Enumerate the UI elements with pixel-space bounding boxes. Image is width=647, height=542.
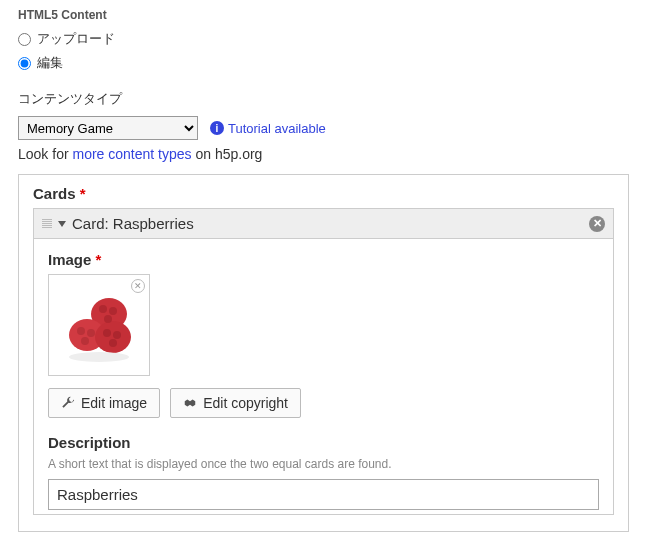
chevron-down-icon[interactable] <box>58 221 66 227</box>
content-type-select[interactable]: Memory Game <box>18 116 198 140</box>
svg-point-2 <box>95 321 131 353</box>
description-label: Description <box>48 434 599 451</box>
remove-card-icon[interactable]: ✕ <box>589 216 605 232</box>
cards-section-label: Cards * <box>33 185 614 202</box>
mode-edit-label: 編集 <box>37 54 63 72</box>
tutorial-link[interactable]: i Tutorial available <box>210 121 326 136</box>
svg-point-9 <box>103 329 111 337</box>
svg-point-6 <box>77 327 85 335</box>
content-type-hint: Look for more content types on h5p.org <box>18 146 629 162</box>
content-type-label: コンテンツタイプ <box>18 90 629 108</box>
wrench-icon <box>61 396 75 410</box>
remove-image-icon[interactable]: ✕ <box>131 279 145 293</box>
more-content-types-link[interactable]: more content types <box>72 146 191 162</box>
svg-point-11 <box>109 339 117 347</box>
info-icon: i <box>210 121 224 135</box>
mode-upload-label: アップロード <box>37 30 115 48</box>
edit-copyright-button[interactable]: Edit copyright <box>170 388 301 418</box>
editor-panel: Cards * Card: Raspberries ✕ Image * ✕ <box>18 174 629 532</box>
image-label: Image * <box>48 251 599 268</box>
svg-point-5 <box>104 315 112 323</box>
description-help: A short text that is displayed once the … <box>48 457 599 471</box>
edit-image-button[interactable]: Edit image <box>48 388 160 418</box>
card-header[interactable]: Card: Raspberries ✕ <box>33 208 614 239</box>
card-title: Card: Raspberries <box>72 215 194 232</box>
svg-point-4 <box>109 307 117 315</box>
svg-point-10 <box>113 331 121 339</box>
svg-point-12 <box>69 352 129 362</box>
svg-point-8 <box>81 337 89 345</box>
mode-edit-radio[interactable] <box>18 57 31 70</box>
page-title: HTML5 Content <box>18 8 629 22</box>
mode-upload-radio[interactable] <box>18 33 31 46</box>
drag-handle-icon[interactable] <box>42 219 52 228</box>
image-thumbnail[interactable]: ✕ <box>48 274 150 376</box>
card-body: Image * ✕ Edit image <box>33 239 614 515</box>
raspberries-image <box>53 279 145 371</box>
mode-upload-row[interactable]: アップロード <box>18 30 629 48</box>
description-input[interactable] <box>48 479 599 510</box>
tutorial-text: Tutorial available <box>228 121 326 136</box>
mode-edit-row[interactable]: 編集 <box>18 54 629 72</box>
svg-point-3 <box>99 305 107 313</box>
handshake-icon <box>183 396 197 410</box>
svg-point-7 <box>87 329 95 337</box>
